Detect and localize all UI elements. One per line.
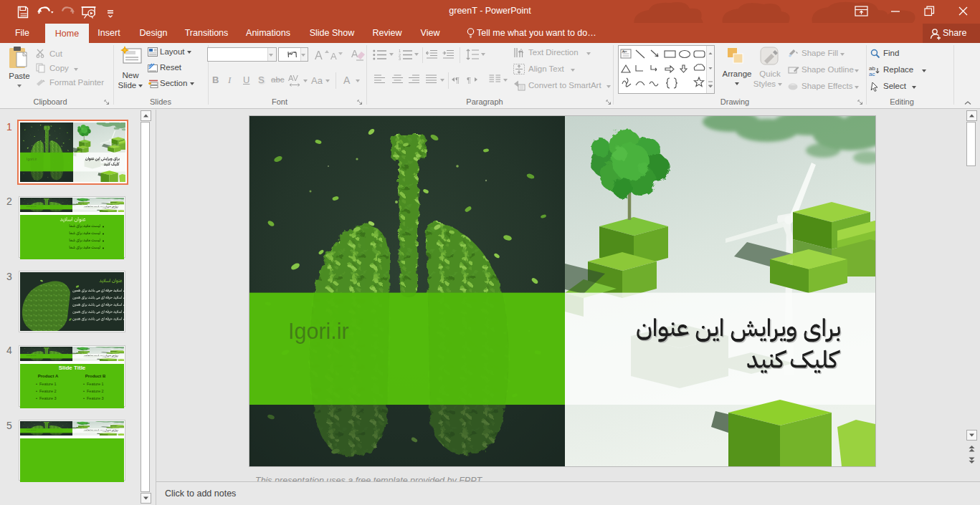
svg-text:¶: ¶ (455, 76, 460, 85)
svg-text:A: A (519, 47, 523, 54)
svg-text:AV: AV (288, 74, 299, 82)
svg-text:A: A (351, 48, 358, 59)
svg-text:A: A (622, 49, 625, 54)
svg-text:3: 3 (399, 57, 401, 60)
svg-text:A: A (330, 51, 337, 61)
svg-text:A: A (315, 49, 323, 61)
svg-text:¶: ¶ (467, 76, 471, 85)
svg-text:ac: ac (869, 71, 875, 76)
